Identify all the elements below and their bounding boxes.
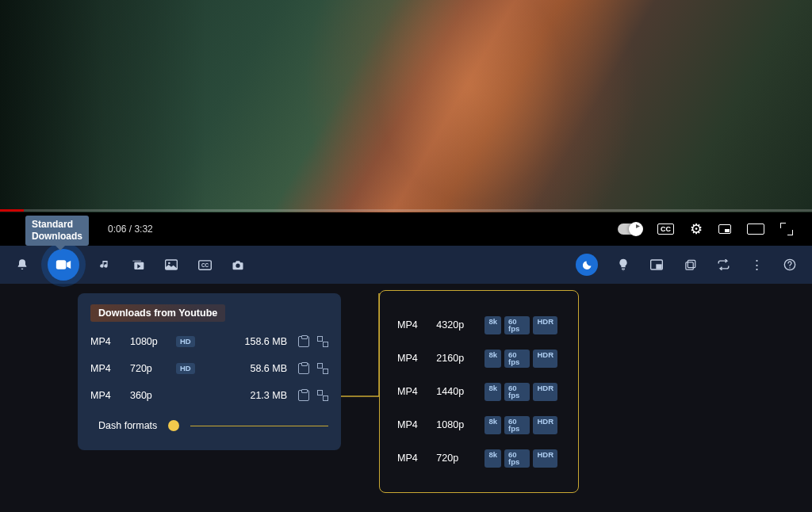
dash-line (190, 426, 328, 426)
qr-icon[interactable] (317, 363, 328, 374)
resolution-label: 1080p (130, 336, 176, 347)
dash-format-row[interactable]: MP4 2160p 8k 60 fps HDR (397, 342, 561, 375)
video-player-preview[interactable] (0, 0, 812, 217)
dash-formats-toggle[interactable]: Dash formats (90, 420, 328, 431)
svg-point-3 (168, 262, 170, 265)
video-progress-bar[interactable] (0, 209, 812, 212)
fps-badge: 60 fps (504, 316, 530, 334)
format-label: MP4 (397, 453, 436, 464)
clipboard-icon[interactable] (298, 336, 309, 347)
clipboard-icon[interactable] (298, 390, 309, 401)
qr-icon[interactable] (317, 336, 328, 347)
format-label: MP4 (397, 353, 436, 364)
format-label: MP4 (90, 363, 130, 374)
format-label: MP4 (397, 419, 436, 430)
fps-badge: 60 fps (504, 449, 530, 468)
quality-badge: 8k (485, 416, 501, 434)
resolution-label: 2160p (436, 353, 478, 364)
svg-rect-0 (56, 260, 67, 269)
hdr-badge: HDR (533, 350, 557, 368)
quality-badge: 8k (485, 383, 501, 401)
quality-badge: 8k (485, 350, 501, 368)
dark-mode-button[interactable] (576, 254, 598, 276)
pip-icon[interactable] (649, 257, 665, 273)
image-icon[interactable] (163, 257, 179, 273)
dash-format-row[interactable]: MP4 1440p 8k 60 fps HDR (397, 375, 561, 408)
svg-point-6 (236, 263, 239, 267)
video-time-display: 0:06 / 3:32 (108, 224, 153, 235)
download-format-row[interactable]: MP4 360p 21.3 MB (90, 382, 328, 409)
repeat-icon[interactable] (715, 257, 731, 273)
camera-icon[interactable] (230, 257, 246, 273)
quality-badge: 8k (485, 449, 501, 468)
playlist-icon[interactable] (130, 257, 146, 273)
resolution-label: 4320p (436, 319, 478, 331)
resolution-label: 720p (130, 363, 176, 374)
clipboard-icon[interactable] (298, 363, 309, 374)
filesize-label: 21.3 MB (228, 390, 287, 401)
filesize-label: 58.6 MB (228, 363, 287, 374)
fps-badge: 60 fps (504, 350, 530, 368)
svg-text:CC: CC (201, 262, 209, 268)
hdr-badge: HDR (533, 416, 557, 434)
quality-badge: 8k (485, 316, 501, 334)
dash-formats-panel: MP4 4320p 8k 60 fps HDR MP4 2160p 8k 60 … (379, 290, 579, 493)
dash-formats-label: Dash formats (98, 420, 157, 431)
format-label: MP4 (90, 390, 130, 401)
svg-rect-8 (657, 265, 661, 269)
resolution-label: 1080p (436, 419, 478, 430)
resolution-label: 1440p (436, 386, 478, 397)
settings-gear-icon[interactable] (690, 220, 703, 238)
dash-formats-knob-icon (168, 420, 179, 431)
hdr-badge: HDR (533, 449, 557, 468)
resolution-label: 720p (436, 453, 478, 464)
format-label: MP4 (397, 386, 436, 397)
subtitles-icon[interactable]: CC (197, 257, 213, 273)
fullscreen-icon[interactable] (780, 223, 793, 235)
downloads-panel: Downloads from Youtube MP4 1080p HD 158.… (78, 293, 341, 450)
miniplayer-icon[interactable] (718, 224, 731, 234)
fps-badge: 60 fps (504, 383, 530, 401)
theater-mode-icon[interactable] (747, 224, 764, 235)
help-icon[interactable] (782, 257, 798, 273)
hdr-badge: HDR (533, 383, 557, 401)
audio-icon[interactable] (97, 257, 113, 273)
download-format-row[interactable]: MP4 720p HD 58.6 MB (90, 355, 328, 382)
dash-format-row[interactable]: MP4 1080p 8k 60 fps HDR (397, 408, 561, 441)
download-format-row[interactable]: MP4 1080p HD 158.6 MB (90, 328, 328, 355)
hd-badge: HD (176, 336, 195, 347)
format-label: MP4 (90, 336, 130, 347)
dash-format-row[interactable]: MP4 720p 8k 60 fps HDR (397, 441, 561, 475)
more-vertical-icon[interactable]: ⋮ (749, 257, 764, 273)
hdr-badge: HDR (533, 316, 557, 334)
bell-icon[interactable] (14, 257, 30, 273)
qr-icon[interactable] (317, 390, 328, 401)
window-icon[interactable] (682, 257, 698, 273)
svg-rect-9 (685, 262, 692, 269)
hd-badge: HD (176, 363, 195, 374)
standard-downloads-tooltip: StandardDownloads (25, 216, 89, 246)
captions-button[interactable]: CC (657, 224, 674, 235)
svg-rect-10 (688, 260, 695, 267)
autoplay-toggle[interactable] (618, 224, 642, 235)
lightbulb-icon[interactable] (615, 257, 631, 273)
filesize-label: 158.6 MB (228, 336, 287, 347)
downloads-panel-title: Downloads from Youtube (90, 304, 225, 322)
fps-badge: 60 fps (504, 416, 530, 434)
dash-format-row[interactable]: MP4 4320p 8k 60 fps HDR (397, 308, 561, 342)
extension-toolbar: CC ⋮ (0, 246, 812, 284)
resolution-label: 360p (130, 390, 176, 401)
youtube-controls-bar: 0:06 / 3:32 CC (0, 212, 812, 246)
format-label: MP4 (397, 319, 436, 331)
